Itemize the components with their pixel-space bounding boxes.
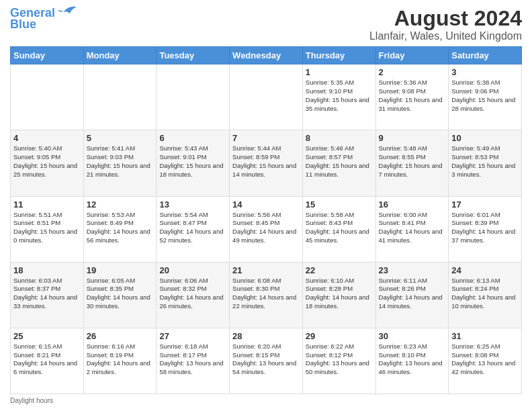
calendar-week-row: 25Sunrise: 6:15 AM Sunset: 8:21 PM Dayli… [11, 328, 522, 394]
day-info: Sunrise: 6:08 AM Sunset: 8:30 PM Dayligh… [232, 277, 300, 311]
day-number: 8 [306, 133, 373, 143]
calendar-cell: 23Sunrise: 6:11 AM Sunset: 8:26 PM Dayli… [375, 262, 449, 328]
calendar-cell: 4Sunrise: 5:40 AM Sunset: 9:05 PM Daylig… [11, 130, 84, 196]
day-number: 6 [159, 133, 226, 143]
daylight-label: Daylight hours [10, 397, 53, 404]
calendar-cell: 30Sunrise: 6:23 AM Sunset: 8:10 PM Dayli… [375, 328, 449, 394]
day-info: Sunrise: 6:10 AM Sunset: 8:28 PM Dayligh… [306, 277, 373, 311]
weekday-header: Thursday [302, 47, 375, 64]
day-info: Sunrise: 5:40 AM Sunset: 9:05 PM Dayligh… [13, 144, 81, 179]
day-number: 2 [379, 67, 446, 77]
day-number: 27 [159, 331, 226, 341]
day-info: Sunrise: 5:43 AM Sunset: 9:01 PM Dayligh… [159, 144, 226, 179]
calendar-cell: 3Sunrise: 5:38 AM Sunset: 9:06 PM Daylig… [449, 64, 522, 130]
day-info: Sunrise: 6:22 AM Sunset: 8:12 PM Dayligh… [306, 342, 373, 377]
calendar-cell: 19Sunrise: 6:05 AM Sunset: 8:35 PM Dayli… [83, 262, 157, 328]
calendar-cell: 9Sunrise: 5:48 AM Sunset: 8:55 PM Daylig… [375, 130, 449, 196]
calendar-cell: 25Sunrise: 6:15 AM Sunset: 8:21 PM Dayli… [11, 328, 84, 394]
day-number: 20 [159, 265, 226, 275]
calendar-cell: 22Sunrise: 6:10 AM Sunset: 8:28 PM Dayli… [302, 262, 375, 328]
day-info: Sunrise: 6:18 AM Sunset: 8:17 PM Dayligh… [159, 342, 226, 377]
weekday-header-row: SundayMondayTuesdayWednesdayThursdayFrid… [11, 47, 522, 64]
calendar-cell: 11Sunrise: 5:51 AM Sunset: 8:51 PM Dayli… [11, 196, 84, 262]
calendar-cell: 2Sunrise: 5:36 AM Sunset: 9:08 PM Daylig… [375, 64, 449, 130]
header: General Blue August 2024 Llanfair, Wales… [10, 7, 522, 42]
day-number: 30 [379, 331, 446, 341]
logo: General Blue [10, 7, 78, 32]
calendar-cell: 13Sunrise: 5:54 AM Sunset: 8:47 PM Dayli… [157, 196, 230, 262]
day-number: 10 [451, 133, 519, 143]
day-number: 9 [379, 133, 446, 143]
calendar-table: SundayMondayTuesdayWednesdayThursdayFrid… [10, 46, 522, 394]
calendar-cell: 15Sunrise: 5:58 AM Sunset: 8:43 PM Dayli… [302, 196, 375, 262]
logo-blue: Blue [10, 17, 36, 32]
calendar-cell: 21Sunrise: 6:08 AM Sunset: 8:30 PM Dayli… [230, 262, 303, 328]
weekday-header: Friday [375, 47, 449, 64]
day-number: 12 [87, 199, 154, 210]
day-info: Sunrise: 6:00 AM Sunset: 8:41 PM Dayligh… [379, 211, 446, 245]
calendar-week-row: 1Sunrise: 5:35 AM Sunset: 9:10 PM Daylig… [11, 64, 522, 130]
day-number: 22 [306, 265, 373, 275]
calendar-cell: 12Sunrise: 5:53 AM Sunset: 8:49 PM Dayli… [83, 196, 157, 262]
day-number: 23 [379, 265, 446, 275]
day-info: Sunrise: 5:41 AM Sunset: 9:03 PM Dayligh… [87, 144, 154, 179]
calendar-week-row: 18Sunrise: 6:03 AM Sunset: 8:37 PM Dayli… [11, 262, 522, 328]
day-number: 24 [451, 265, 519, 275]
calendar-cell: 1Sunrise: 5:35 AM Sunset: 9:10 PM Daylig… [302, 64, 375, 130]
day-number: 26 [87, 331, 154, 341]
day-info: Sunrise: 6:15 AM Sunset: 8:21 PM Dayligh… [13, 342, 81, 377]
day-info: Sunrise: 6:20 AM Sunset: 8:15 PM Dayligh… [232, 342, 300, 377]
calendar-cell: 31Sunrise: 6:25 AM Sunset: 8:08 PM Dayli… [449, 328, 522, 394]
day-number: 13 [159, 199, 226, 210]
calendar-cell: 18Sunrise: 6:03 AM Sunset: 8:37 PM Dayli… [11, 262, 84, 328]
day-number: 14 [232, 199, 300, 210]
calendar-cell [11, 64, 84, 130]
day-info: Sunrise: 6:11 AM Sunset: 8:26 PM Dayligh… [379, 277, 446, 311]
day-info: Sunrise: 6:03 AM Sunset: 8:37 PM Dayligh… [13, 277, 81, 311]
day-info: Sunrise: 5:51 AM Sunset: 8:51 PM Dayligh… [13, 211, 81, 245]
day-number: 7 [232, 133, 300, 143]
weekday-header: Saturday [449, 47, 522, 64]
day-number: 29 [306, 331, 373, 341]
footer: Daylight hours [10, 397, 522, 404]
calendar-cell: 24Sunrise: 6:13 AM Sunset: 8:24 PM Dayli… [449, 262, 522, 328]
day-number: 11 [13, 199, 81, 210]
day-number: 1 [306, 67, 373, 77]
calendar-cell: 10Sunrise: 5:49 AM Sunset: 8:53 PM Dayli… [449, 130, 522, 196]
day-info: Sunrise: 6:05 AM Sunset: 8:35 PM Dayligh… [87, 277, 154, 311]
day-number: 28 [232, 331, 300, 341]
day-number: 19 [87, 265, 154, 275]
calendar-cell: 8Sunrise: 5:46 AM Sunset: 8:57 PM Daylig… [302, 130, 375, 196]
calendar-cell: 7Sunrise: 5:44 AM Sunset: 8:59 PM Daylig… [230, 130, 303, 196]
day-info: Sunrise: 5:53 AM Sunset: 8:49 PM Dayligh… [87, 211, 154, 245]
calendar-subtitle: Llanfair, Wales, United Kingdom [369, 30, 522, 42]
calendar-cell: 5Sunrise: 5:41 AM Sunset: 9:03 PM Daylig… [83, 130, 157, 196]
calendar-cell: 14Sunrise: 5:56 AM Sunset: 8:45 PM Dayli… [230, 196, 303, 262]
day-info: Sunrise: 5:35 AM Sunset: 9:10 PM Dayligh… [306, 79, 373, 113]
calendar-title: August 2024 [369, 7, 522, 30]
calendar-cell: 27Sunrise: 6:18 AM Sunset: 8:17 PM Dayli… [157, 328, 230, 394]
page: General Blue August 2024 Llanfair, Wales… [0, 0, 532, 411]
day-info: Sunrise: 5:44 AM Sunset: 8:59 PM Dayligh… [232, 144, 300, 179]
calendar-cell: 26Sunrise: 6:16 AM Sunset: 8:19 PM Dayli… [83, 328, 157, 394]
calendar-cell: 28Sunrise: 6:20 AM Sunset: 8:15 PM Dayli… [230, 328, 303, 394]
calendar-cell [83, 64, 157, 130]
day-number: 31 [451, 331, 519, 341]
title-block: August 2024 Llanfair, Wales, United King… [369, 7, 522, 42]
weekday-header: Sunday [11, 47, 84, 64]
calendar-cell: 16Sunrise: 6:00 AM Sunset: 8:41 PM Dayli… [375, 196, 449, 262]
weekday-header: Wednesday [230, 47, 303, 64]
calendar-cell [230, 64, 303, 130]
calendar-cell: 29Sunrise: 6:22 AM Sunset: 8:12 PM Dayli… [302, 328, 375, 394]
calendar-cell: 20Sunrise: 6:06 AM Sunset: 8:32 PM Dayli… [157, 262, 230, 328]
calendar-cell [157, 64, 230, 130]
day-info: Sunrise: 5:48 AM Sunset: 8:55 PM Dayligh… [379, 144, 446, 179]
day-info: Sunrise: 5:36 AM Sunset: 9:08 PM Dayligh… [379, 79, 446, 113]
day-number: 3 [451, 67, 519, 77]
day-number: 15 [306, 199, 373, 210]
day-number: 18 [13, 265, 81, 275]
day-info: Sunrise: 5:49 AM Sunset: 8:53 PM Dayligh… [451, 144, 519, 179]
day-number: 17 [451, 199, 519, 210]
calendar-week-row: 4Sunrise: 5:40 AM Sunset: 9:05 PM Daylig… [11, 130, 522, 196]
day-number: 16 [379, 199, 446, 210]
